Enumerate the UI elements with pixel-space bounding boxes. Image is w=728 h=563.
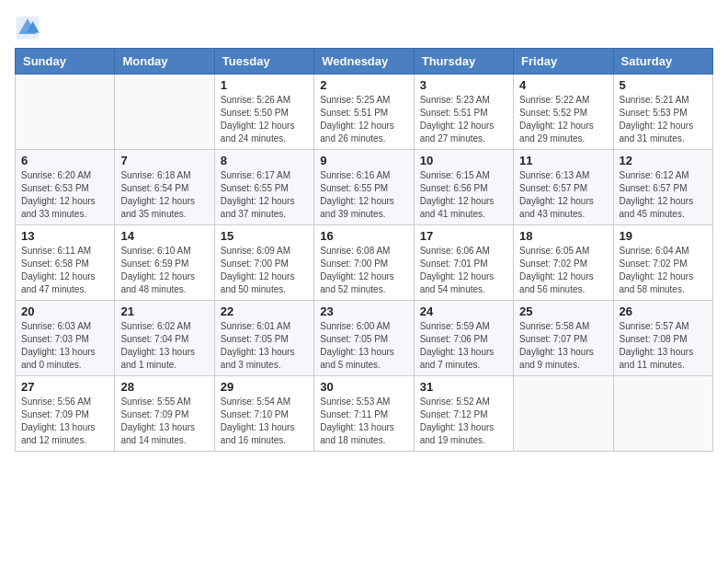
calendar-cell: 21Sunrise: 6:02 AM Sunset: 7:04 PM Dayli… bbox=[115, 301, 214, 376]
calendar-cell: 24Sunrise: 5:59 AM Sunset: 7:06 PM Dayli… bbox=[414, 301, 513, 376]
day-info: Sunrise: 5:25 AM Sunset: 5:51 PM Dayligh… bbox=[320, 94, 407, 145]
day-number: 7 bbox=[120, 154, 208, 167]
calendar-cell: 4Sunrise: 5:22 AM Sunset: 5:52 PM Daylig… bbox=[514, 75, 613, 150]
logo bbox=[15, 15, 44, 40]
calendar-cell bbox=[16, 75, 115, 150]
day-number: 24 bbox=[420, 304, 507, 318]
day-number: 8 bbox=[221, 154, 308, 167]
day-number: 28 bbox=[120, 380, 208, 394]
calendar-cell: 17Sunrise: 6:06 AM Sunset: 7:01 PM Dayli… bbox=[414, 225, 513, 301]
day-info: Sunrise: 6:11 AM Sunset: 6:58 PM Dayligh… bbox=[21, 245, 108, 296]
day-number: 23 bbox=[320, 304, 407, 318]
day-number: 4 bbox=[519, 78, 607, 92]
calendar-cell: 23Sunrise: 6:00 AM Sunset: 7:05 PM Dayli… bbox=[314, 301, 414, 376]
calendar-body: 1Sunrise: 5:26 AM Sunset: 5:50 PM Daylig… bbox=[16, 75, 713, 452]
day-info: Sunrise: 5:26 AM Sunset: 5:50 PM Dayligh… bbox=[221, 94, 308, 145]
calendar-cell bbox=[514, 376, 613, 452]
day-info: Sunrise: 6:08 AM Sunset: 7:00 PM Dayligh… bbox=[320, 245, 407, 296]
calendar-week-4: 20Sunrise: 6:03 AM Sunset: 7:03 PM Dayli… bbox=[16, 301, 713, 376]
day-number: 12 bbox=[620, 154, 707, 167]
calendar-cell: 1Sunrise: 5:26 AM Sunset: 5:50 PM Daylig… bbox=[214, 75, 313, 150]
day-number: 21 bbox=[120, 304, 208, 318]
calendar-cell: 6Sunrise: 6:20 AM Sunset: 6:53 PM Daylig… bbox=[16, 150, 115, 225]
day-info: Sunrise: 6:18 AM Sunset: 6:54 PM Dayligh… bbox=[120, 169, 208, 221]
calendar-cell: 13Sunrise: 6:11 AM Sunset: 6:58 PM Dayli… bbox=[16, 225, 115, 301]
calendar-header-saturday: Saturday bbox=[613, 49, 712, 75]
day-number: 26 bbox=[620, 304, 707, 318]
day-number: 22 bbox=[221, 304, 308, 318]
calendar-cell: 9Sunrise: 6:16 AM Sunset: 6:55 PM Daylig… bbox=[314, 150, 414, 225]
day-info: Sunrise: 6:00 AM Sunset: 7:05 PM Dayligh… bbox=[320, 320, 407, 372]
calendar-header-tuesday: Tuesday bbox=[214, 49, 313, 75]
calendar-cell: 8Sunrise: 6:17 AM Sunset: 6:55 PM Daylig… bbox=[214, 150, 313, 225]
calendar-cell: 26Sunrise: 5:57 AM Sunset: 7:08 PM Dayli… bbox=[613, 301, 712, 376]
calendar-header-sunday: Sunday bbox=[16, 49, 115, 75]
day-info: Sunrise: 6:16 AM Sunset: 6:55 PM Dayligh… bbox=[320, 169, 407, 221]
calendar-cell: 18Sunrise: 6:05 AM Sunset: 7:02 PM Dayli… bbox=[514, 225, 613, 301]
calendar-cell bbox=[115, 75, 214, 150]
day-info: Sunrise: 5:57 AM Sunset: 7:08 PM Dayligh… bbox=[620, 320, 707, 372]
calendar-cell: 27Sunrise: 5:56 AM Sunset: 7:09 PM Dayli… bbox=[16, 376, 115, 452]
day-number: 5 bbox=[620, 78, 707, 92]
day-info: Sunrise: 6:06 AM Sunset: 7:01 PM Dayligh… bbox=[420, 245, 507, 296]
calendar-cell: 3Sunrise: 5:23 AM Sunset: 5:51 PM Daylig… bbox=[414, 75, 513, 150]
calendar-cell: 12Sunrise: 6:12 AM Sunset: 6:57 PM Dayli… bbox=[613, 150, 712, 225]
day-number: 2 bbox=[320, 78, 407, 92]
calendar-cell: 11Sunrise: 6:13 AM Sunset: 6:57 PM Dayli… bbox=[514, 150, 613, 225]
calendar-cell: 28Sunrise: 5:55 AM Sunset: 7:09 PM Dayli… bbox=[115, 376, 214, 452]
day-number: 15 bbox=[221, 229, 308, 243]
day-info: Sunrise: 6:17 AM Sunset: 6:55 PM Dayligh… bbox=[221, 169, 308, 221]
day-number: 10 bbox=[420, 154, 507, 167]
day-number: 9 bbox=[320, 154, 407, 167]
calendar-cell: 20Sunrise: 6:03 AM Sunset: 7:03 PM Dayli… bbox=[16, 301, 115, 376]
calendar-cell: 10Sunrise: 6:15 AM Sunset: 6:56 PM Dayli… bbox=[414, 150, 513, 225]
calendar-header-wednesday: Wednesday bbox=[314, 49, 414, 75]
calendar-week-3: 13Sunrise: 6:11 AM Sunset: 6:58 PM Dayli… bbox=[16, 225, 713, 301]
day-info: Sunrise: 6:15 AM Sunset: 6:56 PM Dayligh… bbox=[420, 169, 507, 221]
day-info: Sunrise: 6:02 AM Sunset: 7:04 PM Dayligh… bbox=[120, 320, 208, 372]
day-info: Sunrise: 6:12 AM Sunset: 6:57 PM Dayligh… bbox=[620, 169, 707, 221]
calendar-cell: 25Sunrise: 5:58 AM Sunset: 7:07 PM Dayli… bbox=[514, 301, 613, 376]
page-header bbox=[15, 15, 713, 40]
day-info: Sunrise: 5:56 AM Sunset: 7:09 PM Dayligh… bbox=[21, 396, 108, 447]
day-info: Sunrise: 5:22 AM Sunset: 5:52 PM Dayligh… bbox=[519, 94, 607, 145]
calendar-cell: 15Sunrise: 6:09 AM Sunset: 7:00 PM Dayli… bbox=[214, 225, 313, 301]
calendar-cell: 31Sunrise: 5:52 AM Sunset: 7:12 PM Dayli… bbox=[414, 376, 513, 452]
day-info: Sunrise: 5:21 AM Sunset: 5:53 PM Dayligh… bbox=[620, 94, 707, 145]
calendar-week-5: 27Sunrise: 5:56 AM Sunset: 7:09 PM Dayli… bbox=[16, 376, 713, 452]
day-info: Sunrise: 6:01 AM Sunset: 7:05 PM Dayligh… bbox=[221, 320, 308, 372]
calendar-cell: 14Sunrise: 6:10 AM Sunset: 6:59 PM Dayli… bbox=[115, 225, 214, 301]
calendar-cell bbox=[613, 376, 712, 452]
day-info: Sunrise: 6:09 AM Sunset: 7:00 PM Dayligh… bbox=[221, 245, 308, 296]
day-info: Sunrise: 5:59 AM Sunset: 7:06 PM Dayligh… bbox=[420, 320, 507, 372]
day-number: 17 bbox=[420, 229, 507, 243]
day-number: 31 bbox=[420, 380, 507, 394]
calendar-cell: 19Sunrise: 6:04 AM Sunset: 7:02 PM Dayli… bbox=[613, 225, 712, 301]
day-info: Sunrise: 5:54 AM Sunset: 7:10 PM Dayligh… bbox=[221, 396, 308, 447]
calendar-header-thursday: Thursday bbox=[414, 49, 513, 75]
calendar-header-monday: Monday bbox=[115, 49, 214, 75]
day-number: 19 bbox=[620, 229, 707, 243]
calendar-table: SundayMondayTuesdayWednesdayThursdayFrid… bbox=[15, 48, 713, 452]
day-number: 11 bbox=[519, 154, 607, 167]
day-info: Sunrise: 6:03 AM Sunset: 7:03 PM Dayligh… bbox=[21, 320, 108, 372]
day-number: 20 bbox=[21, 304, 108, 318]
day-info: Sunrise: 6:05 AM Sunset: 7:02 PM Dayligh… bbox=[519, 245, 607, 296]
day-number: 3 bbox=[420, 78, 507, 92]
calendar-cell: 22Sunrise: 6:01 AM Sunset: 7:05 PM Dayli… bbox=[214, 301, 313, 376]
day-info: Sunrise: 5:23 AM Sunset: 5:51 PM Dayligh… bbox=[420, 94, 507, 145]
day-number: 30 bbox=[320, 380, 407, 394]
day-number: 14 bbox=[120, 229, 208, 243]
calendar-cell: 7Sunrise: 6:18 AM Sunset: 6:54 PM Daylig… bbox=[115, 150, 214, 225]
calendar-cell: 5Sunrise: 5:21 AM Sunset: 5:53 PM Daylig… bbox=[613, 75, 712, 150]
day-number: 1 bbox=[221, 78, 308, 92]
day-info: Sunrise: 6:10 AM Sunset: 6:59 PM Dayligh… bbox=[120, 245, 208, 296]
day-info: Sunrise: 6:13 AM Sunset: 6:57 PM Dayligh… bbox=[519, 169, 607, 221]
calendar-week-2: 6Sunrise: 6:20 AM Sunset: 6:53 PM Daylig… bbox=[16, 150, 713, 225]
calendar-header-friday: Friday bbox=[514, 49, 613, 75]
day-number: 18 bbox=[519, 229, 607, 243]
day-number: 27 bbox=[21, 380, 108, 394]
logo-icon bbox=[15, 15, 40, 40]
day-number: 25 bbox=[519, 304, 607, 318]
day-info: Sunrise: 6:04 AM Sunset: 7:02 PM Dayligh… bbox=[620, 245, 707, 296]
